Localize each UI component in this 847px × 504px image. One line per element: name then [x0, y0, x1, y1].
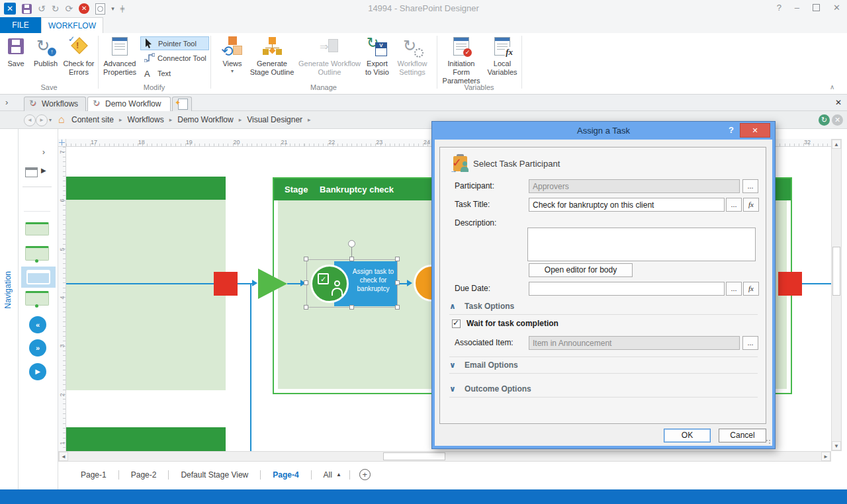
- help-button[interactable]: ?: [777, 3, 781, 13]
- associated-item-browse-button[interactable]: ...: [742, 336, 758, 350]
- text-tool-button[interactable]: A Text: [140, 67, 209, 81]
- tab-demo-workflow[interactable]: ↻✓ Demo Workflow *: [87, 97, 171, 111]
- advanced-properties-button[interactable]: Advanced Properties: [101, 34, 139, 83]
- task-title-browse-button[interactable]: ...: [726, 198, 742, 212]
- minimize-button[interactable]: –: [795, 3, 799, 13]
- stage-left-header[interactable]: [66, 177, 226, 200]
- cancel-button[interactable]: Cancel: [719, 429, 766, 442]
- navigation-pane-label[interactable]: Navigation: [3, 271, 13, 309]
- connector-line-vertical[interactable]: [250, 284, 251, 451]
- stencil-start-shape[interactable]: ▶: [29, 363, 46, 380]
- open-editor-button[interactable]: Open editor for body: [529, 263, 633, 277]
- undo-icon[interactable]: ↺: [38, 3, 46, 14]
- tab-workflow[interactable]: WORKFLOW: [41, 17, 103, 33]
- scroll-right-icon[interactable]: ►: [821, 452, 830, 461]
- selection-handle[interactable]: [349, 257, 354, 261]
- restore-button[interactable]: [813, 4, 820, 11]
- task-title-input[interactable]: [529, 198, 725, 212]
- selection-handle[interactable]: [395, 280, 400, 285]
- due-date-browse-button[interactable]: ...: [726, 282, 742, 296]
- expand-pane-icon[interactable]: ›: [5, 97, 8, 107]
- connector-line[interactable]: [287, 283, 302, 284]
- shapes-window-icon[interactable]: [25, 167, 38, 177]
- page-tab-2[interactable]: Page-2: [119, 470, 169, 480]
- due-date-fx-button[interactable]: fx: [743, 282, 759, 296]
- selection-handle[interactable]: [349, 305, 354, 310]
- close-document-icon[interactable]: ✕: [835, 98, 842, 107]
- all-pages-tab[interactable]: All ▲: [312, 470, 349, 480]
- collapse-ribbon-icon[interactable]: ∧: [830, 83, 834, 91]
- rotate-handle[interactable]: [348, 240, 355, 247]
- horizontal-scrollbar-thumb[interactable]: [383, 452, 445, 460]
- views-button[interactable]: ⟲ Views ▾: [217, 34, 247, 83]
- export-to-visio-button[interactable]: ↻V Export to Visio: [364, 34, 390, 83]
- redo-icon[interactable]: ↻: [52, 3, 60, 14]
- add-page-button[interactable]: +: [359, 469, 371, 480]
- participant-input[interactable]: [529, 179, 740, 193]
- stage-left-body[interactable]: [66, 200, 226, 390]
- stencil-expand-icon[interactable]: ›: [42, 147, 45, 157]
- email-options-section[interactable]: ∨ Email Options: [449, 360, 518, 370]
- preview-dropdown-icon[interactable]: ▾: [111, 5, 114, 12]
- connector-tool-button[interactable]: Connector Tool: [140, 52, 209, 65]
- scroll-down-icon[interactable]: ▼: [832, 441, 841, 450]
- breadcrumb-dropdown-icon[interactable]: ▾: [49, 117, 52, 123]
- page-tab-4[interactable]: Page-4: [261, 470, 310, 480]
- description-textarea[interactable]: [527, 228, 756, 261]
- stencil-parallel-join-shape[interactable]: »: [29, 339, 46, 357]
- forward-button[interactable]: ►: [36, 114, 48, 126]
- dialog-title[interactable]: Assign a Task: [432, 122, 775, 140]
- selection-handle[interactable]: [304, 280, 308, 285]
- stencil-stage-with-step-shape[interactable]: [25, 291, 49, 306]
- shapes-window-dropdown-icon[interactable]: ▶: [41, 167, 46, 174]
- selection-handle[interactable]: [395, 257, 400, 261]
- stage-enter-shape[interactable]: [258, 269, 287, 299]
- task-options-section[interactable]: ∧ Task Options: [449, 302, 514, 311]
- vertical-scrollbar[interactable]: ▲ ▼: [831, 139, 842, 451]
- selection-handle[interactable]: [304, 257, 308, 261]
- stage-exit-shape[interactable]: [778, 272, 802, 296]
- stencil-parallel-split-shape[interactable]: «: [29, 316, 46, 333]
- breadcrumb-item-content-site[interactable]: Content site: [71, 115, 114, 124]
- stencil-selected-shape[interactable]: [21, 267, 56, 288]
- task-title-fx-button[interactable]: fx: [743, 198, 759, 212]
- connector-line[interactable]: [802, 283, 831, 284]
- due-date-input[interactable]: [529, 282, 725, 296]
- generate-stage-outline-button[interactable]: Generate Stage Outline: [249, 34, 295, 83]
- participant-browse-button[interactable]: ...: [742, 179, 758, 193]
- stencil-stage-shape[interactable]: [25, 222, 49, 235]
- breadcrumb-item-workflows[interactable]: Workflows: [128, 115, 164, 124]
- close-button[interactable]: ✕: [833, 3, 840, 13]
- app-icon[interactable]: ✕: [4, 3, 16, 15]
- scroll-up-icon[interactable]: ▲: [832, 140, 841, 149]
- selection-handle[interactable]: [395, 305, 400, 310]
- dialog-help-button[interactable]: ?: [729, 122, 734, 139]
- tab-workflows[interactable]: ↻✓ Workflows: [24, 97, 86, 111]
- dialog-close-button[interactable]: ✕: [740, 123, 770, 138]
- stage-exit-shape[interactable]: [214, 272, 238, 296]
- stencil-stage-with-step-shape[interactable]: [25, 246, 49, 261]
- connector-line[interactable]: [66, 283, 214, 284]
- local-variables-button[interactable]: fx Local Variables: [484, 34, 520, 83]
- stage-lower-left-header[interactable]: [66, 427, 226, 451]
- refresh-page-icon[interactable]: ↻: [819, 114, 830, 126]
- new-tab-button[interactable]: ✦: [172, 97, 192, 111]
- tab-file[interactable]: FILE: [0, 17, 41, 33]
- page-tab-1[interactable]: Page-1: [69, 470, 118, 480]
- vertical-scrollbar-thumb[interactable]: [832, 247, 840, 296]
- back-button[interactable]: ◄: [24, 114, 36, 126]
- horizontal-scrollbar[interactable]: ◄ ►: [58, 451, 831, 462]
- resize-grip[interactable]: [766, 439, 771, 444]
- preview-icon[interactable]: [95, 3, 105, 15]
- save-button[interactable]: Save: [1, 34, 30, 83]
- scroll-left-icon[interactable]: ◄: [59, 452, 68, 461]
- customize-toolbar-icon[interactable]: ╪: [120, 5, 124, 12]
- selection-handle[interactable]: [304, 305, 308, 310]
- associated-item-input[interactable]: [529, 336, 740, 350]
- wait-checkbox[interactable]: ✓: [452, 319, 461, 328]
- publish-button[interactable]: ↻↑ Publish: [30, 34, 61, 83]
- stop-page-icon[interactable]: ✕: [832, 114, 843, 126]
- page-tab-default-stage-view[interactable]: Default Stage View: [169, 470, 260, 480]
- outcome-options-section[interactable]: ∨ Outcome Options: [449, 384, 531, 394]
- stop-icon[interactable]: ✕: [79, 3, 89, 14]
